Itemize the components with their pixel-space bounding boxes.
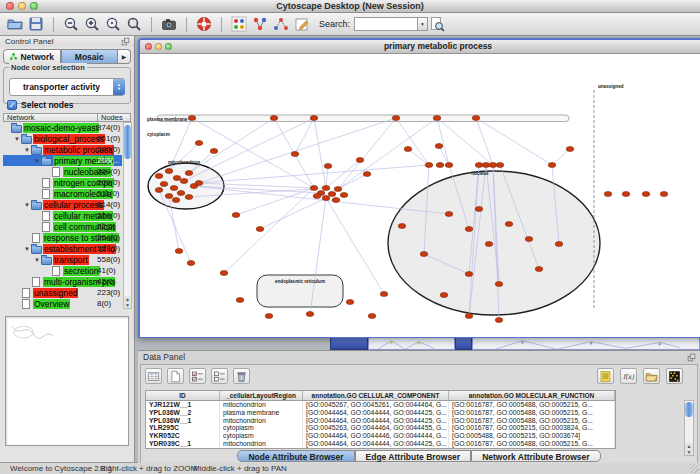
table-row[interactable]: YPL036W__2plasma membrane[GO:0044464, GO…	[146, 409, 615, 417]
table-row[interactable]: YDR039C__1mitochondrion[GO:0044464, GO:0…	[146, 440, 615, 448]
node[interactable]	[187, 261, 195, 266]
node[interactable]	[445, 163, 453, 168]
tab-mosaic[interactable]: Mosaic	[61, 49, 119, 64]
node[interactable]	[485, 242, 493, 247]
tab-network-attribute-browser[interactable]: Network Attribute Browser	[471, 450, 600, 462]
tree-row-nitrogen-compo[interactable]: nitrogen compo209(0)	[3, 177, 122, 188]
node[interactable]	[363, 172, 371, 177]
node[interactable]	[185, 195, 193, 200]
node[interactable]	[535, 267, 543, 272]
node[interactable]	[346, 300, 354, 305]
node[interactable]	[188, 116, 196, 121]
layout-icon-2[interactable]	[272, 15, 290, 33]
attribute-list-icon[interactable]	[211, 368, 228, 384]
node[interactable]	[328, 192, 336, 197]
node[interactable]	[291, 152, 299, 157]
tree-row-macromolecule[interactable]: macromolecule311(0)	[3, 188, 122, 199]
tree-row-metabolic-process[interactable]: ▼metabolic process280(0)	[3, 144, 122, 155]
table-row[interactable]: YLR295Ccytoplasm[GO:0045263, GO:0044464,…	[146, 424, 615, 432]
node[interactable]	[172, 198, 180, 203]
tab-network[interactable]: Network	[3, 49, 61, 64]
node[interactable]	[256, 227, 264, 232]
tab-node-attribute-browser[interactable]: Node Attribute Browser	[237, 450, 354, 462]
node[interactable]	[489, 163, 497, 168]
tree-scrollbar-thumb[interactable]	[124, 125, 131, 159]
formula-builder-icon[interactable]: f(x)	[620, 368, 637, 384]
node[interactable]	[445, 212, 453, 217]
network-canvas[interactable]: plasma membranecytoplasmmitochondrionnuc…	[140, 54, 700, 337]
node[interactable]	[496, 163, 504, 168]
node[interactable]	[495, 318, 503, 323]
node[interactable]	[475, 207, 483, 212]
table-row[interactable]: YKR052Ccytoplasm[GO:0044464, GO:0044446,…	[146, 432, 615, 440]
node[interactable]	[220, 271, 228, 276]
node[interactable]	[155, 188, 163, 193]
save-icon[interactable]	[27, 15, 45, 33]
close-button[interactable]	[6, 2, 14, 10]
node[interactable]	[155, 174, 163, 179]
node[interactable]	[622, 192, 630, 197]
node[interactable]	[236, 298, 244, 303]
tree-row-cell-communicat[interactable]: cell communicat22(0)	[3, 221, 122, 232]
node[interactable]	[175, 249, 183, 254]
float-panel-icon[interactable]	[687, 353, 697, 363]
node[interactable]	[310, 186, 318, 191]
close-button[interactable]	[145, 43, 152, 50]
node[interactable]	[165, 194, 173, 199]
background-window-edge[interactable]	[330, 336, 368, 350]
node[interactable]	[313, 194, 321, 199]
minimize-button[interactable]	[155, 43, 162, 50]
table-row[interactable]: YJR121W__1mitochondrion[GO:0045267, GO:0…	[146, 401, 615, 409]
background-window-fragment[interactable]	[472, 336, 700, 350]
node[interactable]	[356, 158, 364, 163]
node[interactable]	[465, 227, 473, 232]
annotation-notepad-icon[interactable]	[597, 368, 614, 384]
node[interactable]	[334, 187, 342, 192]
node[interactable]	[322, 186, 330, 191]
tree-row-multi-organism-pro[interactable]: multi-organism pro42(0)	[3, 276, 122, 287]
node[interactable]	[177, 191, 185, 196]
node[interactable]	[436, 163, 444, 168]
expand-triangle-icon[interactable]: ▼	[23, 246, 31, 252]
node[interactable]	[270, 116, 278, 121]
help-icon[interactable]	[195, 15, 213, 33]
zoom-actual-icon[interactable]	[104, 15, 122, 33]
node[interactable]	[380, 292, 388, 297]
node[interactable]	[185, 171, 193, 176]
node[interactable]	[505, 222, 513, 227]
node[interactable]	[555, 242, 563, 247]
attribute-batch-edit-icon[interactable]	[189, 368, 206, 384]
node[interactable]	[368, 314, 376, 319]
expand-triangle-icon[interactable]: ▼	[33, 257, 41, 263]
node[interactable]	[440, 293, 448, 298]
tree-row-overview[interactable]: Overview8(0)	[3, 298, 122, 309]
node[interactable]	[165, 169, 173, 174]
node[interactable]	[265, 314, 273, 319]
node[interactable]	[392, 116, 400, 121]
minimize-button[interactable]	[18, 2, 26, 10]
node-color-dropdown[interactable]: transporter activity ▲▼	[9, 78, 125, 96]
column-header[interactable]: annotation.GO CELLULAR_COMPONENT	[303, 391, 449, 400]
table-scrollbar[interactable]: ▲▼	[684, 400, 694, 456]
node[interactable]	[475, 163, 483, 168]
node[interactable]	[324, 164, 332, 169]
tree-row-mosaic-demo-yeast[interactable]: mosaic-demo-yeast874(0)	[3, 122, 122, 133]
column-header[interactable]: ID	[146, 391, 220, 400]
layout-icon-1[interactable]	[251, 15, 269, 33]
node[interactable]	[322, 196, 330, 201]
open-icon[interactable]	[6, 15, 24, 33]
node[interactable]	[642, 192, 650, 197]
expand-triangle-icon[interactable]: ▼	[33, 158, 41, 164]
node[interactable]	[195, 181, 203, 186]
node[interactable]	[306, 312, 314, 317]
node[interactable]	[404, 147, 412, 152]
background-window-edge[interactable]	[455, 336, 472, 350]
nodes-column-header[interactable]: Nodes	[97, 113, 131, 122]
node[interactable]	[525, 237, 533, 242]
node[interactable]	[160, 182, 168, 187]
zoom-button[interactable]	[30, 2, 38, 10]
select-nodes-checkbox[interactable]: ✓	[7, 100, 17, 110]
table-scrollbar-thumb[interactable]	[685, 402, 693, 417]
tree-row-biological-process[interactable]: ▼biological_process651(0)	[3, 133, 122, 144]
snapshot-icon[interactable]	[160, 15, 178, 33]
